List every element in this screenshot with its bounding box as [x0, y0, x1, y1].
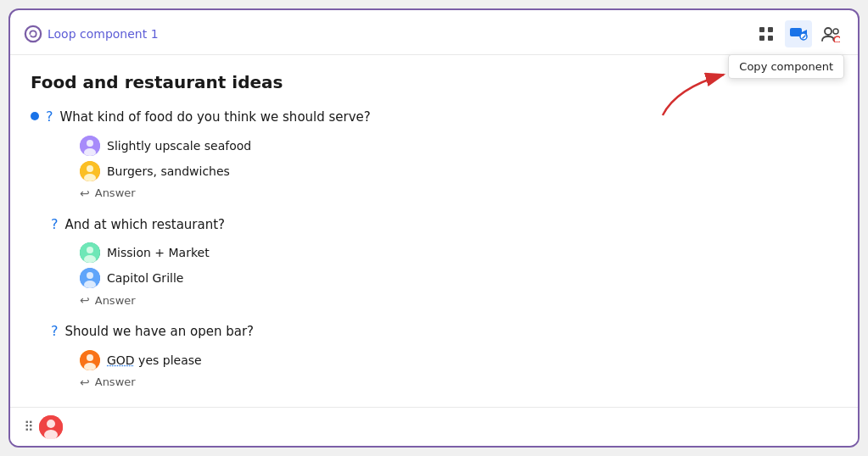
- bottom-avatar-icon: [39, 415, 63, 439]
- answer-text-god: GOD yes please: [107, 353, 202, 367]
- question-mark-icon: ?: [46, 108, 53, 125]
- answers-list-3: GOD yes please: [80, 350, 837, 370]
- god-text: GOD: [107, 353, 135, 367]
- loop-logo-icon: [24, 25, 42, 43]
- avatar: [80, 136, 100, 156]
- question-section-3: ? Should we have an open bar? GOD yes pl: [31, 322, 837, 389]
- bottom-user-avatar: [39, 415, 63, 439]
- copy-tooltip: Copy component: [728, 54, 844, 79]
- svg-point-8: [825, 28, 832, 35]
- page-title: Food and restaurant ideas: [31, 72, 837, 92]
- apps-icon: [758, 25, 775, 42]
- user-avatar-icon: [80, 161, 100, 181]
- svg-rect-2: [768, 27, 773, 32]
- answer-item: Slightly upscale seafood: [80, 136, 837, 156]
- answer-item: GOD yes please: [80, 350, 837, 370]
- question-mark-icon: ?: [51, 216, 59, 232]
- reply-row-2: ↩ Answer: [80, 293, 837, 307]
- svg-point-14: [87, 140, 93, 147]
- answer-text: Burgers, sandwiches: [107, 164, 230, 178]
- answer-text: Slightly upscale seafood: [107, 139, 251, 153]
- svg-text:–: –: [836, 37, 840, 43]
- top-bar: Loop component 1: [10, 10, 858, 55]
- question-text-1: What kind of food do you think we should…: [60, 108, 371, 127]
- share-icon-button[interactable]: [785, 20, 812, 47]
- question-row-2: ? And at which restaurant?: [51, 215, 837, 235]
- svg-point-23: [87, 272, 93, 279]
- svg-point-29: [47, 420, 55, 428]
- avatar: [80, 350, 100, 370]
- svg-rect-4: [768, 36, 773, 41]
- question-mark-icon: ?: [51, 323, 59, 339]
- user-avatar-icon: [80, 242, 100, 263]
- loop-link-label: Loop component 1: [48, 27, 159, 41]
- avatar: [80, 268, 100, 288]
- bottom-bar: ⠿: [10, 407, 858, 446]
- question-text-3: Should we have an open bar?: [65, 322, 255, 342]
- top-bar-actions: – Copy component: [753, 20, 844, 47]
- main-window: Loop component 1: [8, 8, 860, 448]
- answer-text: Capitol Grille: [107, 271, 183, 285]
- people-icon: –: [821, 25, 840, 42]
- avatar: [80, 161, 100, 181]
- svg-point-26: [87, 354, 93, 361]
- question-row-1: ? What kind of food do you think we shou…: [31, 108, 837, 127]
- answer-item: Burgers, sandwiches: [80, 161, 837, 181]
- user-avatar-icon: [80, 268, 100, 288]
- svg-point-20: [87, 247, 93, 253]
- people-icon-button[interactable]: –: [817, 20, 844, 47]
- answer-item: Mission + Market: [80, 242, 837, 263]
- svg-rect-1: [759, 27, 764, 32]
- svg-point-17: [87, 165, 93, 172]
- reply-icon: ↩: [80, 186, 90, 200]
- reply-icon: ↩: [80, 375, 90, 389]
- svg-rect-3: [759, 36, 764, 41]
- user-avatar-icon: [80, 350, 100, 370]
- question-section-1: ? What kind of food do you think we shou…: [31, 108, 837, 200]
- answers-list-2: Mission + Market Capitol Grille: [80, 242, 837, 288]
- reply-row-3: ↩ Answer: [80, 375, 837, 389]
- svg-point-9: [833, 29, 838, 34]
- question-row-3: ? Should we have an open bar?: [51, 322, 837, 342]
- main-content: Food and restaurant ideas ? What kind of…: [10, 55, 858, 437]
- yes-please-text: yes please: [138, 353, 202, 367]
- user-avatar-icon: [80, 136, 100, 156]
- answer-item: Capitol Grille: [80, 268, 837, 288]
- bullet-indicator: [31, 112, 39, 120]
- drag-handle-icon[interactable]: ⠿: [24, 419, 32, 435]
- apps-icon-button[interactable]: [753, 20, 780, 47]
- reply-label[interactable]: Answer: [95, 375, 136, 388]
- question-text-2: And at which restaurant?: [65, 215, 226, 235]
- share-icon: [789, 25, 808, 42]
- answer-text: Mission + Market: [107, 246, 210, 259]
- reply-label[interactable]: Answer: [95, 294, 136, 307]
- reply-label[interactable]: Answer: [95, 186, 136, 199]
- avatar: [80, 242, 100, 263]
- answers-list-1: Slightly upscale seafood Burgers, sandwi…: [80, 136, 837, 181]
- question-section-2: ? And at which restaurant? Mission + Mar…: [31, 215, 837, 308]
- loop-link[interactable]: Loop component 1: [24, 25, 159, 43]
- reply-icon: ↩: [80, 293, 90, 307]
- svg-point-0: [25, 26, 41, 42]
- reply-row-1: ↩ Answer: [80, 186, 837, 200]
